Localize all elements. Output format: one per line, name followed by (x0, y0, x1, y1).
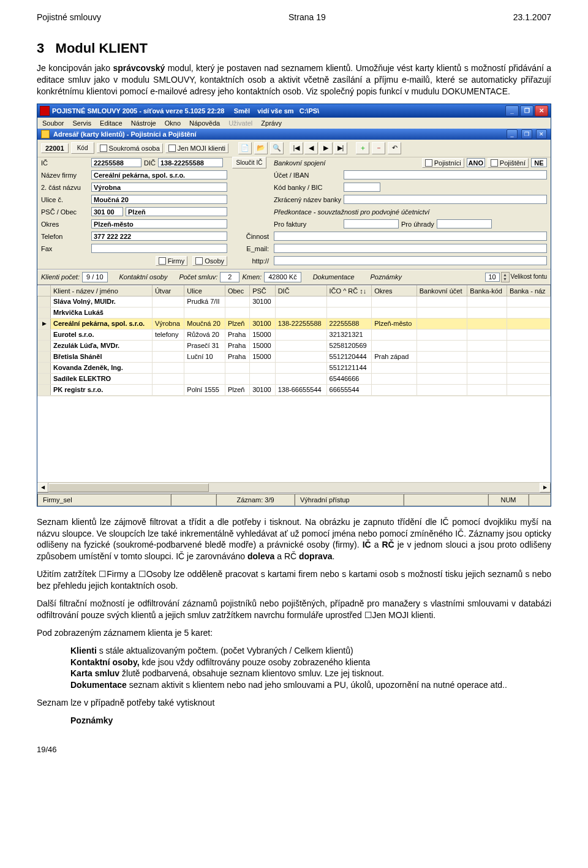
doc-icon (41, 130, 50, 138)
search-icon[interactable]: 🔍 (270, 142, 284, 154)
lbl-cast2: 2. část názvu (41, 184, 81, 191)
tab-dokumentace[interactable]: Dokumentace (309, 272, 359, 282)
inp-telefon[interactable]: 377 222 222 (91, 232, 227, 241)
grid-empty-area (37, 396, 551, 482)
chk-jen-moji-klienti[interactable]: Jen MOJI klienti (165, 143, 228, 153)
grid[interactable]: Klient - název / jménoÚtvarUliceObecPSČD… (37, 285, 551, 493)
kod-button[interactable]: Kód (71, 142, 94, 154)
nav-first[interactable]: |◀ (290, 142, 303, 154)
inp-email[interactable] (274, 244, 547, 253)
inp-okres[interactable]: Plzeň-město (91, 219, 227, 228)
column-header[interactable]: Banka-kód (467, 285, 507, 296)
font-size-value[interactable]: 10 (485, 273, 500, 282)
inp-faktury[interactable] (344, 219, 399, 228)
close-button[interactable]: ✕ (535, 105, 548, 116)
inp-ucet[interactable] (344, 170, 547, 179)
tab-klienti[interactable]: Klienti počet: 9 / 10 (41, 272, 108, 282)
menu-item[interactable]: Nápověda (189, 119, 220, 127)
header-left: Pojistné smlouvy (37, 12, 101, 22)
undo-icon[interactable]: ↶ (388, 142, 401, 154)
lbl-faktury: Pro faktury (274, 221, 341, 228)
inp-psc[interactable]: 301 00 (91, 207, 123, 216)
tab-pocet-smluv[interactable]: Počet smluv: 2 Kmen: 42800 Kč (179, 272, 301, 282)
inp-zkraz[interactable] (344, 195, 547, 204)
chk-osoby[interactable]: Osoby (192, 256, 227, 266)
column-header[interactable]: Bankovní účet (417, 285, 467, 296)
nav-last[interactable]: ▶| (334, 142, 347, 154)
column-header[interactable]: Okres (372, 285, 417, 296)
chk-pojistnici[interactable]: Pojistníci (422, 158, 464, 168)
para-filter: Seznam klientů lze zájmově filtrovat a t… (37, 516, 551, 563)
lbl-nazev: Název firmy (41, 172, 77, 179)
scrollbar-horizontal[interactable]: ◀ ▶ (37, 482, 551, 492)
nav-next[interactable]: ▶ (319, 142, 333, 154)
maximize-button[interactable]: ❐ (520, 105, 533, 116)
column-header[interactable]: DIČ (275, 285, 326, 296)
inp-http[interactable] (274, 256, 547, 265)
column-header[interactable]: Banka - náz (507, 285, 550, 296)
inp-fax[interactable] (91, 244, 227, 253)
mdi-close[interactable]: ✕ (536, 129, 547, 139)
menu-item[interactable]: Uživatel (228, 119, 252, 127)
tool-icon[interactable]: 📄 (238, 142, 252, 154)
record-number[interactable]: 22001 (41, 143, 69, 153)
chk-soukroma-osoba[interactable]: Soukromá osoba (97, 143, 163, 153)
inp-kodbanky[interactable] (344, 183, 380, 192)
inp-obec[interactable]: Plzeň (126, 207, 227, 216)
font-size-spinner[interactable]: ▲▼ (501, 272, 510, 282)
inp-nazev[interactable]: Cereální pekárna, spol. s.r.o. (91, 170, 227, 179)
menu-item[interactable]: Zprávy (261, 119, 282, 127)
tab-kontaktni-osoby[interactable]: Kontaktní osoby (115, 272, 172, 282)
table-row[interactable]: Sláva Volný, MUIDr.Prudká 7/II30100 (38, 296, 551, 307)
tool-icon[interactable]: 📂 (254, 142, 268, 154)
chk-pojisteni[interactable]: Pojištění (488, 158, 529, 168)
val-pojisteni: NE (531, 158, 547, 167)
inp-cast2[interactable]: Výrobna (91, 183, 227, 192)
header-right: 23.1.2007 (513, 12, 551, 22)
table-row[interactable]: Břetisla ShánělLuční 10Praha150005512120… (38, 351, 551, 362)
add-icon[interactable]: ＋ (356, 142, 369, 154)
column-header[interactable]: Ulice (184, 285, 225, 296)
nav-prev[interactable]: ◀ (304, 142, 318, 154)
title-b: Směl (234, 107, 250, 115)
column-header[interactable]: Útvar (152, 285, 184, 296)
scroll-right[interactable]: ▶ (540, 483, 551, 492)
scroll-left[interactable]: ◀ (37, 483, 48, 492)
status-grip (529, 494, 551, 506)
table-row[interactable]: ▶Cereální pekárna, spol. s.r.o.VýrobnaMo… (38, 318, 551, 329)
table-row[interactable]: Zezulák Lúďa, MVDr.Prasečí 31Praha150005… (38, 340, 551, 351)
scroll-thumb[interactable] (48, 483, 209, 492)
tab-poznamky[interactable]: Poznámky (366, 272, 406, 282)
table-row[interactable]: Mrkvička Lukáš (38, 307, 551, 318)
menu-item[interactable]: Servis (72, 119, 91, 127)
statusbar: Firmy_sel Záznam: 3/9 Výhradní přístup N… (37, 493, 551, 506)
column-header[interactable]: Klient - název / jméno (51, 285, 153, 296)
table-row[interactable]: Sadílek ELEKTRO65446666 (38, 373, 551, 384)
mdi-restore[interactable]: ❐ (521, 129, 532, 139)
doc-title: Adresář (karty klientů) - Pojistníci a P… (53, 130, 197, 138)
mdi-minimize[interactable]: _ (507, 129, 518, 139)
para-cards-intro: Pod zobrazeným záznamem klienta je 5 kar… (37, 627, 551, 639)
table-row[interactable]: PK registr s.r.o.Polní 1555Plzeň30100138… (38, 384, 551, 395)
column-header[interactable]: Obec (225, 285, 249, 296)
inp-ic[interactable]: 22255588 (91, 158, 141, 167)
btn-sloucit-ic[interactable]: Sloučit IČ (232, 157, 266, 168)
inp-cinnost[interactable] (274, 232, 547, 241)
column-header[interactable]: PSČ (250, 285, 276, 296)
delete-icon[interactable]: － (372, 142, 385, 154)
menubar: SouborServisEditaceNástrojeOknoNápovědaU… (37, 118, 551, 129)
titlebar[interactable]: POJISTNÉ SMLOUVY 2005 - síťová verze 5.1… (37, 104, 551, 118)
table-row[interactable]: Kovanda Zdeněk, Ing.5512121144 (38, 362, 551, 373)
minimize-button[interactable]: _ (505, 105, 519, 116)
menu-item[interactable]: Okno (165, 119, 181, 127)
table-row[interactable]: Eurotel s.r.o.telefonyRůžová 20Praha1500… (38, 329, 551, 340)
menu-item[interactable]: Editace (100, 119, 123, 127)
inp-uhrady[interactable] (437, 219, 492, 228)
inp-dic[interactable]: 138-22255588 (158, 158, 223, 167)
menu-item[interactable]: Nástroje (131, 119, 156, 127)
mdi-titlebar[interactable]: Adresář (karty klientů) - Pojistníci a P… (37, 129, 551, 140)
inp-ulice[interactable]: Moučná 20 (91, 195, 227, 204)
chk-firmy[interactable]: Firmy (156, 256, 188, 266)
column-header[interactable]: IČO ^ RČ ↕↓ (326, 285, 372, 296)
menu-item[interactable]: Soubor (42, 119, 64, 127)
